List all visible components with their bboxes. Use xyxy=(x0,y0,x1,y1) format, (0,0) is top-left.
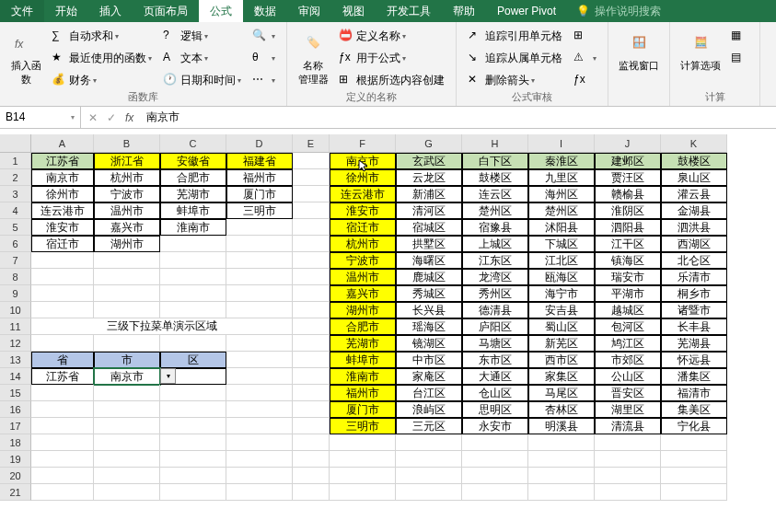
cell[interactable] xyxy=(226,451,293,468)
cell[interactable]: 市郊区 xyxy=(595,352,661,368)
cell[interactable] xyxy=(226,468,293,484)
trace-dependents-button[interactable]: ↘追踪从属单元格 xyxy=(464,48,566,68)
cell[interactable] xyxy=(528,434,595,451)
cell[interactable]: 瑞安市 xyxy=(595,269,661,285)
cell[interactable] xyxy=(293,302,330,318)
cell[interactable] xyxy=(293,219,330,236)
cell[interactable] xyxy=(293,153,330,169)
cell[interactable]: 平湖市 xyxy=(595,285,661,302)
column-header-C[interactable]: C xyxy=(160,134,226,153)
cell[interactable] xyxy=(94,252,160,269)
row-header-13[interactable]: 13 xyxy=(0,352,31,368)
cell[interactable]: 湖里区 xyxy=(595,401,661,418)
cell[interactable]: 西市区 xyxy=(528,352,595,368)
tab-layout[interactable]: 页面布局 xyxy=(133,0,199,22)
name-manager-button[interactable]: 🏷️ 名称 管理器 xyxy=(295,26,331,90)
cell[interactable]: 镜湖区 xyxy=(396,335,462,352)
tab-pivot[interactable]: Power Pivot xyxy=(486,0,567,22)
dropdown-button[interactable]: ▾ xyxy=(160,368,176,384)
cell[interactable]: 鼓楼区 xyxy=(462,169,528,186)
cell[interactable]: 南京市 xyxy=(330,153,396,169)
cell[interactable]: 中市区 xyxy=(396,352,462,368)
cell[interactable] xyxy=(226,302,293,318)
cell[interactable] xyxy=(595,451,661,468)
cell[interactable]: 安吉县 xyxy=(528,302,595,318)
cell[interactable]: 江北区 xyxy=(528,252,595,269)
cell[interactable]: 瓯海区 xyxy=(528,269,595,285)
cell[interactable]: 云龙区 xyxy=(396,169,462,186)
cell[interactable] xyxy=(226,385,293,401)
column-header-A[interactable]: A xyxy=(31,134,94,153)
name-box-dropdown-icon[interactable]: ▾ xyxy=(71,113,75,121)
cell[interactable]: 上城区 xyxy=(462,236,528,252)
tab-dev[interactable]: 开发工具 xyxy=(376,0,442,22)
cell[interactable]: 越城区 xyxy=(595,302,661,318)
cell[interactable]: 潘集区 xyxy=(661,368,727,385)
cell[interactable]: 家集区 xyxy=(528,368,595,385)
cell[interactable] xyxy=(293,335,330,352)
cell[interactable]: 大通区 xyxy=(462,368,528,385)
cell[interactable]: 东市区 xyxy=(462,352,528,368)
cell[interactable] xyxy=(226,484,293,501)
create-from-selection-button[interactable]: ⊞根据所选内容创建 xyxy=(335,70,448,90)
cell[interactable]: 合肥市 xyxy=(160,169,226,186)
cell[interactable]: 芜湖市 xyxy=(330,335,396,352)
cell[interactable] xyxy=(226,418,293,434)
cell[interactable]: 海州区 xyxy=(528,186,595,202)
cell[interactable] xyxy=(330,484,396,501)
row-header-2[interactable]: 2 xyxy=(0,169,31,186)
row-header-4[interactable]: 4 xyxy=(0,202,31,219)
column-header-H[interactable]: H xyxy=(462,134,528,153)
cancel-icon[interactable]: ✕ xyxy=(88,111,98,124)
cell[interactable]: 江东区 xyxy=(462,252,528,269)
cell[interactable]: 长丰县 xyxy=(661,318,727,335)
cell[interactable]: 淮南市 xyxy=(160,219,226,236)
cell[interactable]: 合肥市 xyxy=(330,318,396,335)
cell[interactable] xyxy=(293,451,330,468)
cell[interactable] xyxy=(293,269,330,285)
cell[interactable]: 三明市 xyxy=(330,418,396,434)
row-header-1[interactable]: 1 xyxy=(0,153,31,169)
row-header-11[interactable]: 11 xyxy=(0,318,31,335)
cell[interactable]: 长兴县 xyxy=(396,302,462,318)
cell[interactable]: 诸暨市 xyxy=(661,302,727,318)
formula-bar[interactable]: 南京市 xyxy=(141,110,776,125)
cell[interactable]: 包河区 xyxy=(595,318,661,335)
recent-functions-button[interactable]: ★最近使用的函数▾ xyxy=(48,48,156,68)
cell[interactable]: 蚌埠市 xyxy=(160,202,226,219)
cell[interactable]: 江苏省 xyxy=(31,368,94,385)
row-header-17[interactable]: 17 xyxy=(0,418,31,434)
cell[interactable] xyxy=(293,418,330,434)
column-header-K[interactable]: K xyxy=(661,134,727,153)
tab-insert[interactable]: 插入 xyxy=(88,0,133,22)
row-header-18[interactable]: 18 xyxy=(0,434,31,451)
financial-button[interactable]: 💰财务▾ xyxy=(48,70,156,90)
tab-home[interactable]: 开始 xyxy=(44,0,88,22)
name-box[interactable]: B14 ▾ xyxy=(0,107,81,129)
cell[interactable] xyxy=(661,451,727,468)
cell[interactable]: 芜湖县 xyxy=(661,335,727,352)
cell[interactable] xyxy=(31,434,94,451)
datetime-button[interactable]: 🕐日期和时间▾ xyxy=(159,70,245,90)
row-header-5[interactable]: 5 xyxy=(0,219,31,236)
cell[interactable] xyxy=(31,451,94,468)
cell[interactable]: 清流县 xyxy=(595,418,661,434)
cell[interactable] xyxy=(94,285,160,302)
cell[interactable] xyxy=(226,236,293,252)
cell[interactable] xyxy=(462,484,528,501)
cell[interactable]: 宿豫县 xyxy=(462,219,528,236)
cell[interactable] xyxy=(94,484,160,501)
column-header-D[interactable]: D xyxy=(226,134,293,153)
cell[interactable]: 赣榆县 xyxy=(595,186,661,202)
cell[interactable]: 集美区 xyxy=(661,401,727,418)
tab-review[interactable]: 审阅 xyxy=(287,0,331,22)
cell[interactable]: 拱墅区 xyxy=(396,236,462,252)
remove-arrows-button[interactable]: ✕删除箭头▾ xyxy=(464,70,566,90)
cell[interactable] xyxy=(595,434,661,451)
cell[interactable]: 宁波市 xyxy=(330,252,396,269)
error-checking-button[interactable]: ⚠▾ xyxy=(570,48,600,68)
cell[interactable]: 宿城区 xyxy=(396,219,462,236)
cell[interactable] xyxy=(293,202,330,219)
cell[interactable] xyxy=(293,285,330,302)
cell[interactable] xyxy=(160,252,226,269)
